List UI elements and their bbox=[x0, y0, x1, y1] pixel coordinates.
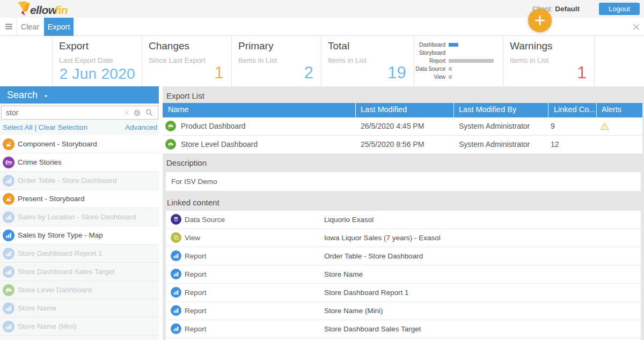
export-list-table: Name Last Modified Last Modified By Link… bbox=[163, 103, 642, 154]
stat-value: 1 bbox=[577, 63, 587, 83]
linked-content-type: Data Source bbox=[185, 216, 225, 224]
chart-row: Data Source bbox=[414, 65, 503, 73]
search-result-item[interactable]: Store Name bbox=[0, 299, 159, 317]
cell-last-modified: 25/5/2020 8:56 PM bbox=[361, 140, 424, 149]
export-table-header: Name Last Modified Last Modified By Link… bbox=[163, 103, 642, 117]
panel-gutter bbox=[159, 86, 163, 340]
column-separator bbox=[596, 103, 597, 117]
search-result-label: Crime Stories bbox=[18, 158, 62, 166]
search-result-item[interactable]: Store Name (Mini) bbox=[0, 317, 159, 336]
description-text: For ISV Demo bbox=[171, 178, 217, 186]
search-result-item[interactable]: Store Level Dashboard bbox=[0, 281, 159, 299]
clear-search-icon[interactable] bbox=[123, 109, 130, 116]
linked-content-list: Data Source Liquorio Exasol View Iowa Li… bbox=[166, 211, 641, 340]
stat-value: 1 bbox=[214, 63, 224, 83]
search-result-item[interactable]: Store Dashboard Sales Target bbox=[0, 263, 159, 281]
stat-value: 2 Jun 2020 bbox=[59, 65, 135, 83]
search-result-item[interactable]: Present - Storyboard bbox=[0, 190, 159, 208]
stat-title: Changes bbox=[149, 40, 189, 52]
stat-value: 2 bbox=[304, 63, 313, 83]
stat-value: 19 bbox=[387, 63, 406, 83]
stat-subtitle: Since Last Export bbox=[149, 56, 206, 64]
search-result-item[interactable]: Crime Stories bbox=[0, 153, 159, 172]
chart-bar bbox=[449, 75, 452, 79]
search-result-label: Order Table - Store Dashboard bbox=[18, 176, 116, 184]
chart-category-label: Report bbox=[414, 58, 445, 64]
search-result-label: Present - Storyboard bbox=[18, 195, 85, 203]
linked-content-type: Report bbox=[185, 289, 207, 297]
export-list-section-title: Export List bbox=[166, 91, 204, 100]
chart-bar bbox=[449, 67, 452, 71]
cell-last-modified-by: System Administrator bbox=[459, 122, 530, 130]
column-header-last-modified[interactable]: Last Modified bbox=[361, 105, 407, 114]
column-header-name[interactable]: Name bbox=[168, 105, 189, 114]
search-panel-header[interactable]: Search bbox=[0, 86, 159, 104]
globe-icon[interactable] bbox=[133, 109, 141, 117]
column-header-linked-content[interactable]: Linked Co... bbox=[554, 105, 595, 114]
tab-clear[interactable]: Clear bbox=[16, 18, 44, 36]
chart-row: View bbox=[414, 73, 503, 81]
search-result-item[interactable]: Sales by Store Type - Map bbox=[0, 226, 159, 245]
menu-icon[interactable] bbox=[3, 23, 14, 31]
stat-title: Warnings bbox=[510, 40, 553, 52]
description-box[interactable]: For ISV Demo bbox=[166, 172, 641, 191]
search-panel-title: Search bbox=[7, 90, 38, 101]
select-all-clear-selection-link[interactable]: Select All | Clear Selection bbox=[3, 123, 87, 131]
search-icon[interactable] bbox=[145, 108, 153, 117]
selection-links-row: Select All | Clear Selection Advanced bbox=[0, 120, 159, 135]
search-result-item[interactable]: Store Dashboard Report 1 bbox=[0, 245, 159, 263]
linked-content-name: Store Name (Mini) bbox=[324, 307, 383, 315]
linked-content-type: Report bbox=[185, 252, 207, 260]
stat-card-warnings: Warnings Items in List 1 bbox=[503, 36, 594, 86]
add-button[interactable] bbox=[528, 9, 552, 32]
column-separator bbox=[355, 103, 356, 117]
linked-content-row: Report Store Dashboard Sales Target bbox=[166, 320, 641, 338]
description-section-title: Description bbox=[166, 158, 207, 167]
search-result-label: Store Level Dashboard bbox=[18, 286, 92, 294]
advanced-link[interactable]: Advanced bbox=[125, 123, 157, 131]
search-result-item[interactable]: Order Table - Store Dashboard bbox=[0, 172, 159, 190]
stat-card-changes: Changes Since Last Export 1 bbox=[142, 36, 231, 86]
stat-subtitle: Items in List bbox=[510, 56, 548, 64]
stat-subtitle: Items in List bbox=[328, 56, 367, 64]
cell-name: Product Dashboard bbox=[181, 122, 246, 130]
stat-card-export: Export Last Export Date 2 Jun 2020 bbox=[52, 36, 142, 86]
column-header-last-modified-by[interactable]: Last Modified By bbox=[459, 105, 516, 114]
stats-row: Export Last Export Date 2 Jun 2020 Chang… bbox=[0, 36, 644, 86]
close-icon[interactable] bbox=[632, 23, 641, 32]
cell-last-modified: 26/5/2020 4:45 PM bbox=[361, 122, 424, 130]
linked-content-row: Report Store Name bbox=[166, 265, 641, 284]
chart-row: Storyboard bbox=[414, 49, 503, 57]
search-result-item[interactable]: Sales by Location - Store Dashboard bbox=[0, 208, 159, 226]
linked-content-name: Store Dashboard Report 1 bbox=[324, 289, 409, 297]
client-name: Default bbox=[555, 5, 580, 13]
search-input-value: stor bbox=[6, 108, 123, 117]
yellowfin-logo: ellow fin bbox=[18, 1, 79, 17]
linked-content-name: Store Name bbox=[324, 270, 363, 278]
linked-content-section-title: Linked content bbox=[167, 198, 219, 207]
cell-name: Store Level Dashboard bbox=[181, 140, 258, 149]
chart-bar bbox=[449, 59, 494, 63]
search-panel: Search stor Select All | Clear Selection… bbox=[0, 86, 159, 340]
stat-card-total: Total Items in List 19 bbox=[321, 36, 414, 86]
chart-category-label: View bbox=[414, 74, 445, 80]
export-table-row[interactable]: Store Level Dashboard 25/5/2020 8:56 PM … bbox=[163, 136, 642, 154]
linked-content-type: Report bbox=[185, 270, 207, 278]
logout-button[interactable]: Logout bbox=[599, 3, 640, 15]
search-input[interactable]: stor bbox=[1, 106, 158, 120]
search-result-item[interactable]: Component - Storyboard bbox=[0, 135, 159, 153]
warning-icon bbox=[599, 121, 610, 131]
stat-title: Export bbox=[59, 40, 89, 52]
tab-export[interactable]: Export bbox=[44, 18, 74, 36]
search-result-label: Sales by Store Type - Map bbox=[18, 231, 103, 239]
linked-content-type: View bbox=[185, 234, 200, 242]
linked-content-type: Report bbox=[185, 325, 207, 333]
main-content: Export List Name Last Modified Last Modi… bbox=[159, 86, 644, 340]
logo-text-dark: ellow bbox=[30, 4, 58, 16]
column-header-alerts[interactable]: Alerts bbox=[602, 105, 621, 114]
chart-category-label: Data Source bbox=[414, 66, 445, 72]
linked-content-row: Data Source Liquorio Exasol bbox=[166, 211, 641, 229]
export-table-row[interactable]: Product Dashboard 26/5/2020 4:45 PM Syst… bbox=[163, 117, 642, 136]
search-result-label: Store Dashboard Sales Target bbox=[18, 268, 115, 276]
stat-subtitle: Items in List bbox=[238, 56, 277, 64]
